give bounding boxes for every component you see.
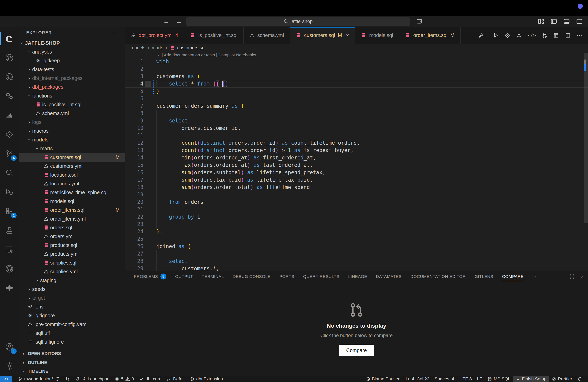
activity-testing[interactable] xyxy=(0,221,19,240)
breadcrumb[interactable]: models›marts›customers.sql xyxy=(125,43,588,52)
tree-item-marts[interactable]: ›marts xyxy=(19,144,125,153)
section-timeline[interactable]: ›TIMELINE xyxy=(19,367,125,376)
code-line-18[interactable]: 18 sum(orders.order_total) as lifetime_s… xyxy=(125,184,588,191)
panel-more-icon[interactable]: ··· xyxy=(528,273,540,280)
activity-source-control[interactable]: 4 xyxy=(0,144,19,163)
activity-datapilot[interactable] xyxy=(0,106,19,125)
status-git-branch[interactable]: mwong-fusion* xyxy=(15,376,63,382)
tree-item--sqlfluff[interactable]: .sqlfluff xyxy=(19,329,125,337)
activity-search[interactable] xyxy=(0,163,19,182)
activity-lineage-graph[interactable] xyxy=(0,48,19,67)
code-line-10[interactable]: 10 orders.customer_id, xyxy=(125,124,588,132)
code-line-15[interactable]: 15 max(orders.ordered_at) as last_ordere… xyxy=(125,161,588,169)
status-prettier[interactable]: Prettier xyxy=(549,376,575,382)
code-line-14[interactable]: 14 min(orders.ordered_at) as first_order… xyxy=(125,154,588,161)
tree-item-supplies-sql[interactable]: supplies.sql xyxy=(19,258,125,267)
tree-item--sqlfluffignore[interactable]: .sqlfluffignore xyxy=(19,337,125,346)
close-panel-icon[interactable]: × xyxy=(581,273,584,280)
tree-item-is-positive-int-sql[interactable]: is_positive_int.sql xyxy=(19,100,125,109)
editor-tab-schema-yml[interactable]: schema.yml xyxy=(244,27,290,43)
code-line-23[interactable]: 23 xyxy=(125,221,588,228)
code-line-19[interactable]: 19 xyxy=(125,191,588,198)
run-icon[interactable] xyxy=(493,33,499,38)
code-line-6[interactable]: 6 xyxy=(125,95,588,102)
status-defer[interactable]: Defer xyxy=(164,376,186,382)
code-line-13[interactable]: 13 count(distinct orders.order_id) > 1 a… xyxy=(125,147,588,154)
tree-item-orders-yml[interactable]: orders.yml xyxy=(19,232,125,241)
status-notifications[interactable] xyxy=(575,376,585,382)
panel-tab-debug-console[interactable]: DEBUG CONSOLE xyxy=(228,271,275,282)
tree-item-functions[interactable]: ›functions xyxy=(19,91,125,100)
breadcrumb-item[interactable]: models xyxy=(131,45,146,51)
tree-item-locations-yml[interactable]: locations.yml xyxy=(19,179,125,188)
tree-item-metricflow-time-spine-sql[interactable]: metricflow_time_spine.sql xyxy=(19,188,125,197)
code-line-2[interactable]: 2 xyxy=(125,65,588,73)
activity-dbt-power-user[interactable] xyxy=(0,278,19,298)
tree-root[interactable]: › JAFFLE-SHOP xyxy=(19,38,125,47)
breadcrumb-file[interactable]: customers.sql xyxy=(177,45,206,51)
tree-item-order-items-yml[interactable]: order_items.yml xyxy=(19,214,125,223)
code-line-22[interactable]: 22 group by 1 xyxy=(125,213,588,221)
code-line-12[interactable]: 12 count(distinct orders.order_id) as co… xyxy=(125,139,588,147)
tree-item-logs[interactable]: ›logs xyxy=(19,118,125,126)
tree-item--gitkeep[interactable]: .gitkeep xyxy=(19,56,125,65)
panel-tab-documentation-editor[interactable]: DOCUMENTATION EDITOR xyxy=(406,271,470,282)
status-dbt-core[interactable]: dbt core xyxy=(137,376,164,382)
code-line-26[interactable]: 26joined as ( xyxy=(125,243,588,250)
code-line-1[interactable]: 1with xyxy=(125,58,588,65)
status-language-mode[interactable]: MS SQL xyxy=(485,376,513,382)
status-indentation[interactable]: Spaces: 4 xyxy=(432,376,457,382)
tree-item-models[interactable]: ›models xyxy=(19,135,125,144)
status-eol[interactable]: LF xyxy=(474,376,485,382)
status-problems-summary[interactable]: 53 xyxy=(112,376,137,382)
panel-tab-query-results[interactable]: QUERY RESULTS xyxy=(299,271,344,282)
dbt-icon[interactable] xyxy=(504,33,510,38)
code-line-11[interactable]: 11 xyxy=(125,132,588,139)
layout-control[interactable]: ⌄ xyxy=(416,18,427,24)
code-line-27[interactable]: 27 xyxy=(125,250,588,258)
panel-tab-terminal[interactable]: TERMINAL xyxy=(197,271,228,282)
status-cursor-position[interactable]: Ln 4, Col 22 xyxy=(403,376,432,382)
tree-item-models-sql[interactable]: models.sql xyxy=(19,197,125,206)
code-line-28[interactable]: 28 select xyxy=(125,258,588,265)
activity-github[interactable] xyxy=(0,259,19,278)
breadcrumb-item[interactable]: marts xyxy=(152,45,163,51)
tree-item-schema-yml[interactable]: schema.yml xyxy=(19,109,125,118)
panel-tab-problems[interactable]: PROBLEMS8 xyxy=(129,271,171,282)
remote-indicator[interactable]: >< xyxy=(0,376,12,382)
build-tools-icon[interactable]: ⌄ xyxy=(478,33,487,38)
code-line-9[interactable]: 9 select xyxy=(125,117,588,124)
editor-tab-customers-sql[interactable]: customers.sqlM× xyxy=(290,27,355,43)
nav-forward-icon[interactable]: → xyxy=(176,18,182,25)
tree-item-products-sql[interactable]: products.sql xyxy=(19,241,125,249)
datapilot-icon[interactable] xyxy=(516,33,522,38)
editor-tab-is-positive-int-sql[interactable]: is_positive_int.sql xyxy=(184,27,244,43)
close-icon[interactable]: × xyxy=(346,32,349,38)
toggle-primary-sidebar-icon[interactable] xyxy=(550,18,557,25)
code-line-21[interactable]: 21 xyxy=(125,206,588,213)
code-line-8[interactable]: 8 xyxy=(125,110,588,117)
split-editor-icon[interactable] xyxy=(565,33,571,38)
status-dbt-extension[interactable]: dbt Extension xyxy=(186,376,225,382)
tree-item-order-items-sql[interactable]: order_items.sqlM xyxy=(19,206,125,214)
activity-settings[interactable] xyxy=(0,356,19,376)
toggle-panel-icon[interactable] xyxy=(563,18,570,25)
tree-item-analyses[interactable]: ›analyses xyxy=(19,47,125,56)
code-line-4[interactable]: 4+ select * from {{ }} xyxy=(125,80,588,88)
customize-layout-icon[interactable] xyxy=(538,18,545,25)
tree-item-supplies-yml[interactable]: supplies.yml xyxy=(19,267,125,276)
tree-item--gitignore[interactable]: .gitignore xyxy=(19,311,125,320)
tree-item-customers-yml[interactable]: customers.yml xyxy=(19,162,125,171)
more-actions-icon[interactable]: ··· xyxy=(577,32,582,38)
inline-add-button[interactable]: + xyxy=(145,81,151,87)
editor-tab-dbt-project-yml[interactable]: dbt_project.yml4 xyxy=(125,27,184,43)
activity-explorer[interactable] xyxy=(0,29,19,48)
panel-tab-datamates[interactable]: DATAMATES xyxy=(372,271,406,282)
tree-item-seeds[interactable]: ›seeds xyxy=(19,285,125,293)
tree-item-orders-sql[interactable]: orders.sql xyxy=(19,223,125,232)
activity-dbt[interactable] xyxy=(0,125,19,144)
tree-item-customers-sql[interactable]: customers.sqlM xyxy=(19,153,125,162)
code-preview-icon[interactable]: </> xyxy=(528,33,536,38)
section-open-editors[interactable]: ›OPEN EDITORS xyxy=(19,349,125,358)
editor-tab-models-sql[interactable]: models.sql xyxy=(355,27,399,43)
